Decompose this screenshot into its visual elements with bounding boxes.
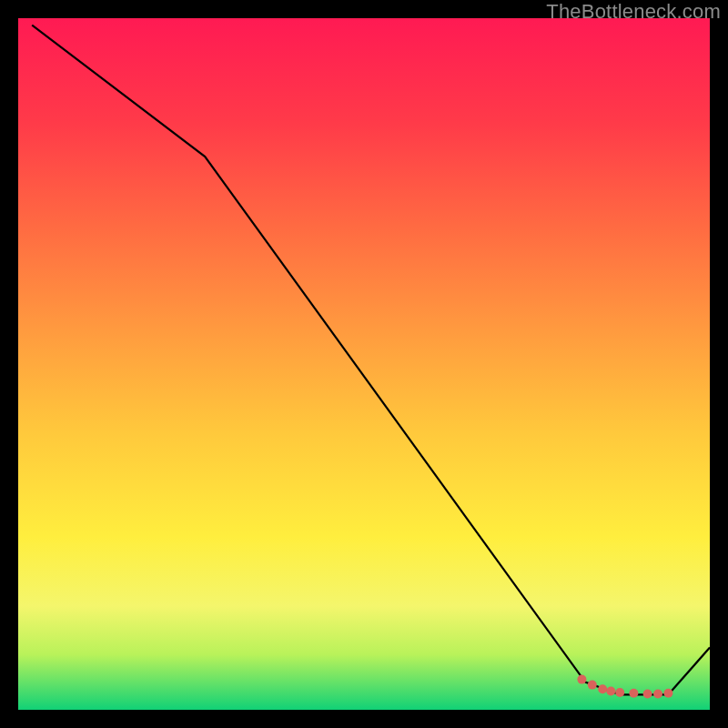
plot-area [18,18,710,710]
gradient-background [18,18,710,710]
chart-frame: TheBottleneck.com [0,0,728,728]
marker-dot [577,675,586,684]
marker-dot [663,689,672,698]
marker-dot [588,681,597,690]
marker-dot [598,684,607,693]
marker-dot [606,687,615,696]
marker-dot [653,690,662,699]
marker-dot [643,690,652,699]
marker-dot [629,689,638,698]
chart-svg [18,18,710,710]
marker-dot [615,688,624,697]
